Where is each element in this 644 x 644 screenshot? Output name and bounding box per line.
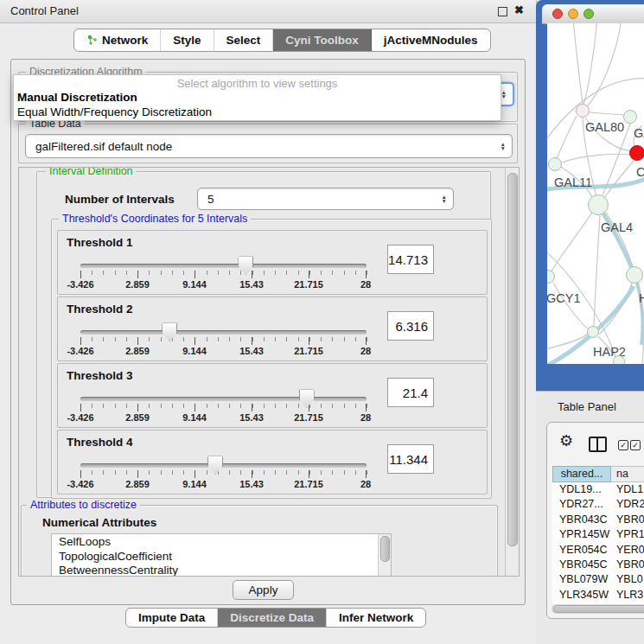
table-row[interactable]: YLR345WYLR3 xyxy=(552,588,644,603)
table-row[interactable]: YBL079WYBL0 xyxy=(552,572,644,587)
tab-jactivemnodules[interactable]: jActiveMNodules xyxy=(372,29,490,51)
cell-shared-name[interactable]: YBL079W xyxy=(552,572,611,587)
cell-name[interactable]: YBR0 xyxy=(611,513,644,527)
cell-shared-name[interactable]: YLR345W xyxy=(552,588,611,603)
threshold-value-field[interactable]: 6.316 xyxy=(387,311,434,341)
cell-name[interactable]: YDR2 xyxy=(611,497,644,512)
dropdown-item-manual-discretization[interactable]: Manual Discretization xyxy=(14,90,501,105)
tab-label: Infer Network xyxy=(339,611,413,624)
tab-label: Network xyxy=(102,34,148,47)
checkbox-icon[interactable]: ✓ xyxy=(618,440,628,450)
float-window-icon[interactable] xyxy=(498,7,507,16)
scale-label: 28 xyxy=(346,346,386,356)
attribute-list-item[interactable]: SelfLoops xyxy=(52,534,391,549)
scale-label: 15.43 xyxy=(232,279,271,290)
minimize-light[interactable] xyxy=(568,9,578,19)
attribute-list-item[interactable]: TopologicalCoefficient xyxy=(52,549,391,564)
close-light[interactable] xyxy=(552,9,563,19)
network-canvas[interactable]: GAL80GACGAL11GAL4GCY1HHAP2 xyxy=(547,23,644,364)
node-gal80[interactable] xyxy=(576,104,590,118)
settings-scrollbar[interactable] xyxy=(505,168,519,576)
table-row[interactable]: YBR045CYBR0 xyxy=(552,558,644,572)
node-bottom[interactable] xyxy=(613,355,625,364)
node-label: GAL11 xyxy=(554,175,592,189)
tab-discretize-data[interactable]: Discretize Data xyxy=(218,609,327,627)
cell-name[interactable]: YBL0 xyxy=(611,572,644,587)
table-row[interactable]: YDL19...YDL1 xyxy=(552,482,644,497)
network-view-window: GAL80GACGAL11GAL4GCY1HHAP2 xyxy=(536,0,644,391)
interval-definition-group: Interval Definition Number of Intervals … xyxy=(36,171,491,498)
cell-name[interactable]: YER0 xyxy=(611,543,644,558)
node-label: GA xyxy=(634,126,644,140)
tab-label: jActiveMNodules xyxy=(384,34,478,47)
dropdown-placeholder-item[interactable]: Select algorithm to view settings xyxy=(14,75,501,90)
node-h[interactable] xyxy=(626,266,643,284)
table-row[interactable]: YER054CYER0 xyxy=(552,543,644,558)
close-icon[interactable]: ✖ xyxy=(514,3,524,16)
node-red[interactable] xyxy=(629,145,644,161)
combo-arrows-icon: ▲▼ xyxy=(442,194,447,203)
network-edge xyxy=(553,283,589,329)
cell-shared-name[interactable]: YBR045C xyxy=(552,558,611,572)
cell-name[interactable]: YBR0 xyxy=(611,558,644,572)
dropdown-item-equal-width[interactable]: Equal Width/Frequency Discretization xyxy=(14,105,501,119)
cell-shared-name[interactable]: YDR27... xyxy=(552,497,611,512)
cell-shared-name[interactable]: YPR145W xyxy=(552,527,611,542)
table-panel-section: Table Panel ⚙ ✓ ✓ shared... na YDL19...Y… xyxy=(536,391,644,644)
split-view-icon[interactable] xyxy=(589,437,607,452)
numerical-attributes-list[interactable]: SelfLoopsTopologicalCoefficientBetweenne… xyxy=(51,533,392,577)
cell-name[interactable]: YDL1 xyxy=(611,482,644,497)
table-row[interactable]: YBR043CYBR0 xyxy=(552,513,644,527)
node-gal4[interactable] xyxy=(588,194,609,215)
slider-track[interactable] xyxy=(80,463,367,468)
number-of-intervals-combobox[interactable]: 5 ▲▼ xyxy=(197,188,454,210)
column-header-shared[interactable]: shared... xyxy=(552,466,611,482)
slider-scale: -3.4262.8599.14415.4321.71528 xyxy=(58,346,487,356)
scrollbar-thumb[interactable] xyxy=(507,173,518,546)
combo-arrows-icon: ▲▼ xyxy=(501,90,507,99)
threshold-value-field[interactable]: 11.344 xyxy=(387,444,434,474)
threshold-label: Threshold 2 xyxy=(67,303,133,316)
node-gal11[interactable] xyxy=(548,157,562,171)
apply-button[interactable]: Apply xyxy=(233,580,294,600)
slider-track[interactable] xyxy=(80,264,367,268)
threshold-value-field[interactable]: 21.4 xyxy=(387,378,434,407)
tab-cyni-toolbox[interactable]: Cyni Toolbox xyxy=(273,29,372,51)
scrollbar-thumb[interactable] xyxy=(380,536,390,562)
table-row[interactable]: YDR27...YDR2 xyxy=(552,497,644,512)
node-label: H xyxy=(639,291,644,305)
tab-impute-data[interactable]: Impute Data xyxy=(126,609,218,627)
tab-style[interactable]: Style xyxy=(161,29,214,51)
slider-track[interactable] xyxy=(80,330,367,335)
scrollbar-thumb[interactable] xyxy=(553,605,644,613)
cell-shared-name[interactable]: YER054C xyxy=(552,543,611,558)
threshold-2-panel: Threshold 2 -3.4262.8599.14415.4321.7152… xyxy=(57,296,488,361)
table-header: shared... na xyxy=(552,466,644,482)
table-row[interactable]: YPR145WYPR1 xyxy=(552,527,644,542)
scale-label: 28 xyxy=(346,479,386,489)
cell-name[interactable]: YLR3 xyxy=(611,588,644,603)
table-hscrollbar[interactable] xyxy=(552,604,644,614)
gear-icon[interactable]: ⚙ xyxy=(559,433,573,449)
node-upper-right[interactable] xyxy=(623,110,637,124)
attribute-list-item[interactable]: BetweennessCentrality xyxy=(52,563,391,577)
cell-shared-name[interactable]: YDL19... xyxy=(552,482,611,497)
scale-label: 2.859 xyxy=(118,412,157,423)
threshold-value-field[interactable]: 14.713 xyxy=(387,245,434,274)
scale-label: 21.715 xyxy=(289,279,328,290)
tab-infer-network[interactable]: Infer Network xyxy=(327,609,425,627)
cell-shared-name[interactable]: YBR043C xyxy=(552,513,611,527)
table-data-combobox[interactable]: galFiltered.sif default node ▲▼ xyxy=(25,134,513,158)
column-header-name[interactable]: na xyxy=(611,466,644,482)
node-hap2[interactable] xyxy=(587,326,599,338)
list-scrollbar[interactable] xyxy=(378,534,391,577)
tab-network[interactable]: Network xyxy=(74,29,161,51)
slider-track[interactable] xyxy=(80,397,367,401)
scale-label: 2.859 xyxy=(118,346,157,356)
cell-name[interactable]: YPR1 xyxy=(611,527,644,542)
zoom-light[interactable] xyxy=(583,9,594,19)
network-icon xyxy=(86,35,98,46)
tab-select[interactable]: Select xyxy=(214,29,274,51)
threshold-label: Threshold 1 xyxy=(67,236,133,249)
checkbox-icon[interactable]: ✓ xyxy=(630,440,641,450)
